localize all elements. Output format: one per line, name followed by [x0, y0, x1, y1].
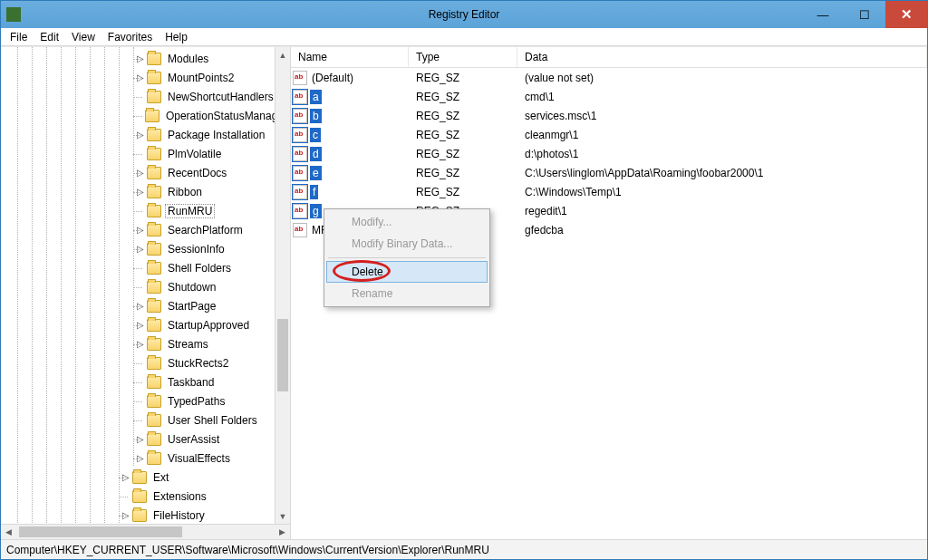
- folder-icon: [147, 300, 161, 313]
- folder-icon: [132, 509, 147, 522]
- value-data: C:\Windows\Temp\1: [517, 186, 927, 198]
- value-name: (Default): [310, 71, 355, 85]
- menu-item-modify-binary[interactable]: Modify Binary Data...: [326, 233, 488, 255]
- list-row[interactable]: fREG_SZC:\Windows\Temp\1: [291, 182, 927, 201]
- tree-item[interactable]: TypedPaths: [1, 391, 290, 410]
- folder-icon: [147, 376, 161, 389]
- value-type: REG_SZ: [409, 72, 517, 84]
- folder-icon: [147, 243, 161, 256]
- scroll-thumb[interactable]: [277, 319, 288, 391]
- close-button[interactable]: ✕: [885, 1, 927, 28]
- menu-view[interactable]: View: [66, 29, 101, 45]
- context-menu[interactable]: Modify... Modify Binary Data... Delete R…: [324, 208, 490, 307]
- value-name: f: [310, 185, 318, 199]
- list-row[interactable]: bREG_SZservices.msc\1: [291, 106, 927, 125]
- tree-vertical-scrollbar[interactable]: ▲ ▼: [275, 47, 290, 524]
- tree-item-label: Taskband: [165, 375, 217, 390]
- tree-item-label: Package Installation: [165, 128, 267, 142]
- menu-edit[interactable]: Edit: [34, 29, 64, 45]
- tree-item[interactable]: ▷Streams: [1, 334, 290, 353]
- list-row[interactable]: (Default)REG_SZ(value not set): [291, 68, 927, 87]
- tree-item[interactable]: Taskband: [1, 372, 290, 391]
- tree-item[interactable]: ▷SessionInfo: [1, 239, 290, 258]
- statusbar: Computer\HKEY_CURRENT_USER\Software\Micr…: [1, 539, 927, 559]
- tree-item[interactable]: ▷Modules: [1, 49, 290, 68]
- app-icon: [6, 7, 21, 22]
- tree-item[interactable]: ▷VisualEffects: [1, 449, 290, 468]
- value-data: C:\Users\linglom\AppData\Roaming\foobar2…: [517, 167, 927, 179]
- tree-item[interactable]: Shutdown: [1, 277, 290, 296]
- tree-item[interactable]: RunMRU: [1, 201, 290, 220]
- folder-icon: [147, 224, 161, 237]
- tree-item[interactable]: Extensions: [1, 487, 290, 506]
- string-value-icon: [293, 109, 307, 123]
- scroll-left-icon[interactable]: ◀: [1, 525, 16, 539]
- tree-item[interactable]: ▷Ribbon: [1, 182, 290, 201]
- string-value-icon: [293, 90, 307, 104]
- tree-item-label: SearchPlatform: [165, 223, 246, 237]
- maximize-button[interactable]: ☐: [844, 1, 885, 28]
- tree-pane[interactable]: ▷Modules▷MountPoints2NewShortcutHandlers…: [1, 47, 291, 539]
- menu-item-modify[interactable]: Modify...: [326, 211, 488, 233]
- string-value-icon: [293, 223, 307, 237]
- tree-item[interactable]: NewShortcutHandlers: [1, 87, 290, 106]
- list-row[interactable]: aREG_SZcmd\1: [291, 87, 927, 106]
- registry-tree[interactable]: ▷Modules▷MountPoints2NewShortcutHandlers…: [1, 47, 290, 525]
- tree-item-label: Ribbon: [165, 185, 205, 199]
- menu-separator: [328, 257, 486, 258]
- folder-icon: [132, 490, 147, 503]
- list-row[interactable]: eREG_SZC:\Users\linglom\AppData\Roaming\…: [291, 163, 927, 182]
- tree-item[interactable]: ▷Package Installation: [1, 125, 290, 144]
- value-type: REG_SZ: [409, 167, 517, 179]
- folder-icon: [147, 281, 161, 294]
- tree-item[interactable]: StuckRects2: [1, 353, 290, 372]
- menu-file[interactable]: File: [5, 29, 33, 45]
- tree-item-label: TypedPaths: [165, 394, 227, 409]
- string-value-icon: [293, 71, 307, 85]
- folder-icon: [147, 186, 161, 198]
- column-type[interactable]: Type: [409, 47, 517, 67]
- value-name: b: [310, 109, 322, 123]
- tree-item[interactable]: OperationStatusManager: [1, 106, 290, 125]
- tree-item[interactable]: ▷MountPoints2: [1, 68, 290, 87]
- tree-item[interactable]: PlmVolatile: [1, 144, 290, 163]
- list-row[interactable]: cREG_SZcleanmgr\1: [291, 125, 927, 144]
- folder-icon: [147, 338, 161, 351]
- tree-item[interactable]: ▷Ext: [1, 468, 290, 487]
- tree-horizontal-scrollbar[interactable]: ◀ ▶: [1, 524, 290, 539]
- folder-icon: [147, 395, 161, 408]
- tree-item-label: NewShortcutHandlers: [165, 90, 276, 104]
- column-name[interactable]: Name: [291, 47, 409, 67]
- value-data: cleanmgr\1: [517, 129, 927, 141]
- value-data: services.msc\1: [517, 110, 927, 122]
- tree-item[interactable]: ▷RecentDocs: [1, 163, 290, 182]
- tree-item[interactable]: ▷FileHistory: [1, 506, 290, 525]
- menu-item-rename[interactable]: Rename: [326, 283, 488, 304]
- tree-item[interactable]: ▷StartupApproved: [1, 315, 290, 334]
- scroll-down-icon[interactable]: ▼: [276, 508, 290, 524]
- window-controls: — ☐ ✕: [802, 1, 927, 28]
- column-data[interactable]: Data: [517, 47, 927, 67]
- scroll-up-icon[interactable]: ▲: [276, 47, 290, 63]
- tree-item[interactable]: User Shell Folders: [1, 410, 290, 430]
- menu-favorites[interactable]: Favorites: [102, 29, 158, 45]
- menu-help[interactable]: Help: [160, 29, 193, 45]
- minimize-button[interactable]: —: [802, 1, 844, 28]
- tree-item[interactable]: ▷UserAssist: [1, 430, 290, 449]
- tree-item-label: OperationStatusManager: [163, 109, 290, 123]
- value-name: g: [310, 204, 322, 218]
- value-data: cmd\1: [517, 91, 927, 103]
- tree-item-label: UserAssist: [165, 432, 222, 447]
- scroll-right-icon[interactable]: ▶: [275, 525, 290, 539]
- tree-item-label: Streams: [165, 337, 211, 352]
- menu-item-delete[interactable]: Delete: [326, 261, 488, 283]
- scroll-thumb[interactable]: [19, 526, 182, 537]
- value-type: REG_SZ: [409, 110, 517, 122]
- tree-item[interactable]: ▷StartPage: [1, 296, 290, 315]
- value-data: gfedcba: [517, 224, 927, 237]
- list-row[interactable]: dREG_SZd:\photos\1: [291, 144, 927, 163]
- folder-icon: [147, 262, 161, 275]
- tree-item[interactable]: ▷SearchPlatform: [1, 220, 290, 239]
- titlebar[interactable]: Registry Editor — ☐ ✕: [1, 1, 927, 28]
- tree-item[interactable]: Shell Folders: [1, 258, 290, 277]
